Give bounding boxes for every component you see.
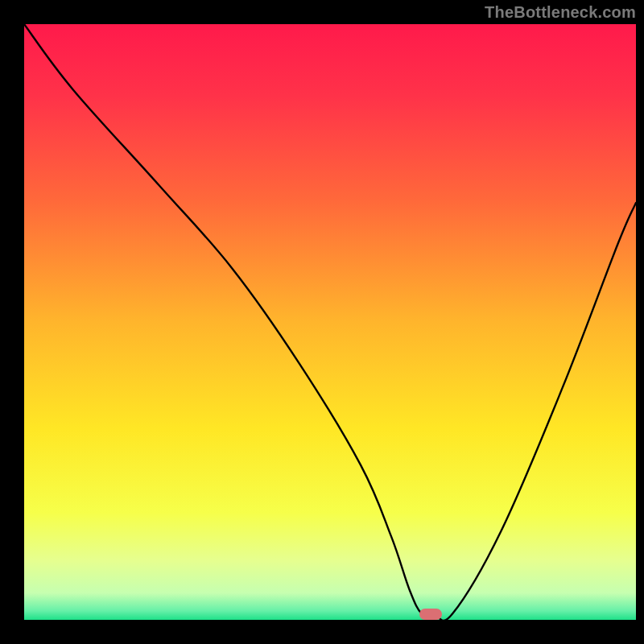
- watermark-text: TheBottleneck.com: [485, 3, 636, 22]
- bottleneck-curve: [24, 24, 636, 620]
- chart-container: TheBottleneck.com: [0, 0, 644, 644]
- highlight-marker: [419, 609, 442, 620]
- plot-area: [24, 24, 636, 620]
